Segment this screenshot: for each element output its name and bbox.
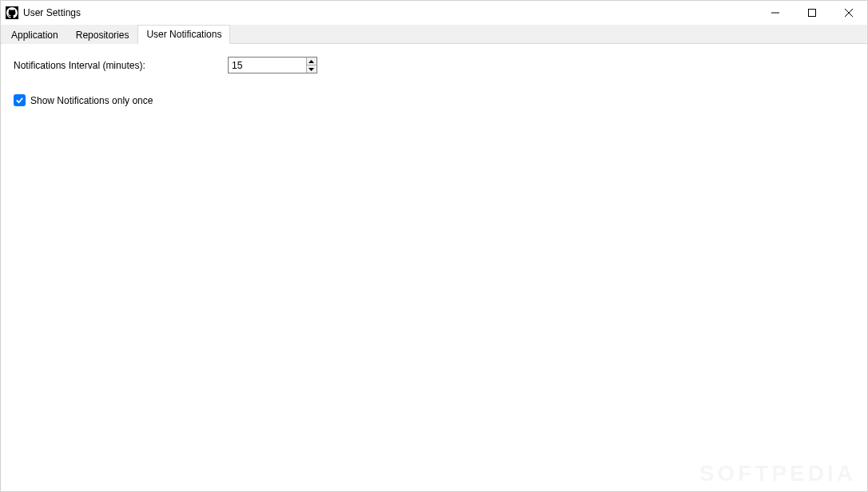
interval-row: Notifications Interval (minutes):: [12, 57, 856, 73]
spinner-up-button[interactable]: [307, 58, 317, 65]
spinner-down-button[interactable]: [307, 65, 317, 73]
minimize-button[interactable]: [757, 1, 794, 25]
watermark: SOFTPEDIA: [699, 461, 856, 486]
spinner-buttons: [306, 58, 317, 73]
tab-bar: Application Repositories User Notificati…: [1, 25, 867, 44]
window-controls: [757, 1, 867, 25]
show-once-checkbox[interactable]: [14, 94, 26, 106]
show-once-row: Show Notifications only once: [12, 94, 856, 106]
interval-spinner[interactable]: [228, 57, 317, 73]
close-button[interactable]: [830, 1, 867, 25]
tab-repositories[interactable]: Repositories: [67, 26, 138, 44]
app-icon: [6, 6, 18, 19]
tab-content: Notifications Interval (minutes): Show N…: [1, 44, 867, 491]
tab-user-notifications[interactable]: User Notifications: [137, 25, 230, 44]
interval-input[interactable]: [229, 58, 306, 73]
svg-marker-5: [309, 68, 314, 71]
show-once-label[interactable]: Show Notifications only once: [30, 95, 153, 106]
settings-window: User Settings Application Repositories U…: [0, 0, 868, 492]
tab-application[interactable]: Application: [2, 26, 67, 44]
svg-rect-1: [809, 10, 816, 17]
interval-label: Notifications Interval (minutes):: [12, 60, 228, 71]
maximize-button[interactable]: [794, 1, 830, 25]
titlebar: User Settings: [1, 1, 867, 25]
window-title: User Settings: [23, 7, 81, 18]
svg-marker-4: [309, 60, 314, 63]
